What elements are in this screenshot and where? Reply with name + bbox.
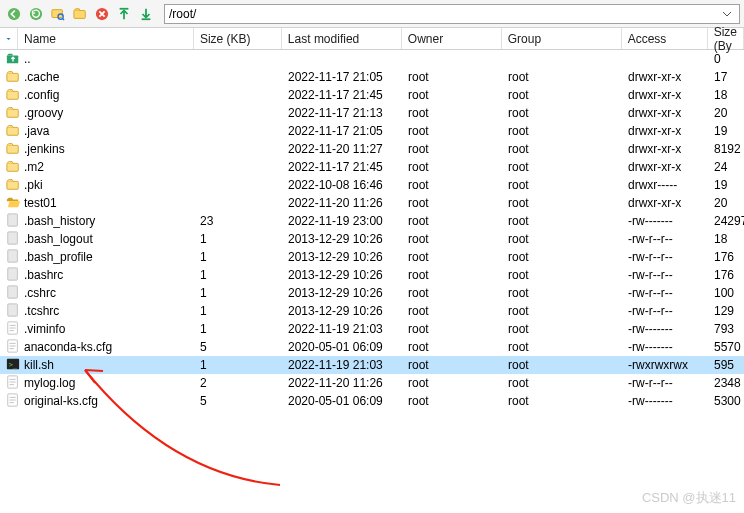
file-name: .m2: [24, 160, 44, 174]
txt-icon: [6, 393, 20, 410]
file-modified: 2013-12-29 10:26: [282, 250, 402, 264]
table-row[interactable]: .groovy2022-11-17 21:13rootrootdrwxr-xr-…: [0, 104, 744, 122]
file-size-bytes: 176: [708, 268, 744, 282]
file-access: -rw-------: [622, 322, 708, 336]
svg-rect-19: [8, 249, 18, 261]
file-size-kb: 5: [194, 340, 282, 354]
col-owner[interactable]: Owner: [402, 28, 502, 49]
file-owner: root: [402, 322, 502, 336]
file-size-bytes: 19: [708, 178, 744, 192]
file-owner: root: [402, 358, 502, 372]
download-button[interactable]: [136, 4, 156, 24]
col-group[interactable]: Group: [502, 28, 622, 49]
table-row[interactable]: .java2022-11-17 21:05rootrootdrwxr-xr-x1…: [0, 122, 744, 140]
folder-open-icon: [6, 195, 20, 212]
file-list: ..0.cache2022-11-17 21:05rootrootdrwxr-x…: [0, 50, 744, 410]
file-icon: [6, 285, 20, 302]
file-access: -rw-r--r--: [622, 376, 708, 390]
sort-toggle[interactable]: [0, 28, 18, 49]
file-group: root: [502, 142, 622, 156]
col-size[interactable]: Size (KB): [194, 28, 282, 49]
col-name[interactable]: Name: [18, 28, 194, 49]
file-size-bytes: 100: [708, 286, 744, 300]
new-folder-button[interactable]: [70, 4, 90, 24]
find-button[interactable]: [48, 4, 68, 24]
file-name: .bash_profile: [24, 250, 93, 264]
table-row[interactable]: .config2022-11-17 21:45rootrootdrwxr-xr-…: [0, 86, 744, 104]
path-dropdown[interactable]: [719, 9, 735, 19]
file-size-bytes: 24297: [708, 214, 744, 228]
upload-button[interactable]: [114, 4, 134, 24]
table-row[interactable]: .m22022-11-17 21:45rootrootdrwxr-xr-x24: [0, 158, 744, 176]
file-owner: root: [402, 214, 502, 228]
up-icon: [6, 51, 20, 68]
file-access: drwxr-xr-x: [622, 88, 708, 102]
file-group: root: [502, 286, 622, 300]
file-access: -rw-------: [622, 214, 708, 228]
back-button[interactable]: [4, 4, 24, 24]
path-input[interactable]: [169, 7, 719, 21]
table-row[interactable]: .pki2022-10-08 16:46rootrootdrwxr-----19: [0, 176, 744, 194]
file-modified: 2013-12-29 10:26: [282, 232, 402, 246]
file-size-bytes: 20: [708, 106, 744, 120]
file-modified: 2022-11-20 11:27: [282, 142, 402, 156]
table-row[interactable]: .bash_history232022-11-19 23:00rootroot-…: [0, 212, 744, 230]
file-icon: [6, 249, 20, 266]
table-row[interactable]: .tcshrc12013-12-29 10:26rootroot-rw-r--r…: [0, 302, 744, 320]
delete-button[interactable]: [92, 4, 112, 24]
file-size-bytes: 19: [708, 124, 744, 138]
table-row[interactable]: .cache2022-11-17 21:05rootrootdrwxr-xr-x…: [0, 68, 744, 86]
table-row[interactable]: .bash_profile12013-12-29 10:26rootroot-r…: [0, 248, 744, 266]
file-size-bytes: 5300: [708, 394, 744, 408]
file-name: .java: [24, 124, 49, 138]
refresh-button[interactable]: [26, 4, 46, 24]
file-group: root: [502, 70, 622, 84]
file-access: drwxr-xr-x: [622, 124, 708, 138]
svg-rect-14: [7, 145, 18, 153]
col-size-bytes[interactable]: Size (By: [708, 28, 744, 49]
file-group: root: [502, 124, 622, 138]
file-size-bytes: 24: [708, 160, 744, 174]
file-size-kb: 1: [194, 250, 282, 264]
file-group: root: [502, 376, 622, 390]
col-modified[interactable]: Last modified: [282, 28, 402, 49]
file-owner: root: [402, 160, 502, 174]
svg-rect-16: [7, 181, 18, 189]
file-name: ..: [24, 52, 31, 66]
file-access: drwxr-----: [622, 178, 708, 192]
file-size-bytes: 793: [708, 322, 744, 336]
file-owner: root: [402, 142, 502, 156]
file-name: .config: [24, 88, 59, 102]
col-access[interactable]: Access: [622, 28, 708, 49]
file-group: root: [502, 250, 622, 264]
file-icon: [6, 267, 20, 284]
file-icon: [6, 213, 20, 230]
table-row[interactable]: .cshrc12013-12-29 10:26rootroot-rw-r--r-…: [0, 284, 744, 302]
file-group: root: [502, 340, 622, 354]
folder-icon: [6, 177, 20, 194]
table-row[interactable]: .bashrc12013-12-29 10:26rootroot-rw-r--r…: [0, 266, 744, 284]
table-row[interactable]: >_kill.sh12022-11-19 21:03rootroot-rwxrw…: [0, 356, 744, 374]
file-access: -rw-r--r--: [622, 232, 708, 246]
file-size-kb: 5: [194, 394, 282, 408]
table-row[interactable]: mylog.log22022-11-20 11:26rootroot-rw-r-…: [0, 374, 744, 392]
table-row[interactable]: anaconda-ks.cfg52020-05-01 06:09rootroot…: [0, 338, 744, 356]
file-modified: 2022-11-17 21:05: [282, 70, 402, 84]
file-owner: root: [402, 196, 502, 210]
table-row[interactable]: .viminfo12022-11-19 21:03rootroot-rw----…: [0, 320, 744, 338]
table-row[interactable]: .bash_logout12013-12-29 10:26rootroot-rw…: [0, 230, 744, 248]
file-size-kb: 2: [194, 376, 282, 390]
table-row[interactable]: test012022-11-20 11:26rootrootdrwxr-xr-x…: [0, 194, 744, 212]
file-owner: root: [402, 268, 502, 282]
folder-icon: [6, 141, 20, 158]
file-group: root: [502, 304, 622, 318]
table-row[interactable]: .jenkins2022-11-20 11:27rootrootdrwxr-xr…: [0, 140, 744, 158]
file-access: drwxr-xr-x: [622, 70, 708, 84]
table-row[interactable]: original-ks.cfg52020-05-01 06:09rootroot…: [0, 392, 744, 410]
svg-point-0: [8, 7, 20, 19]
file-modified: 2022-11-19 21:03: [282, 358, 402, 372]
table-row[interactable]: ..0: [0, 50, 744, 68]
watermark: CSDN @执迷11: [642, 489, 736, 507]
file-size-kb: 1: [194, 358, 282, 372]
file-access: -rw-r--r--: [622, 268, 708, 282]
